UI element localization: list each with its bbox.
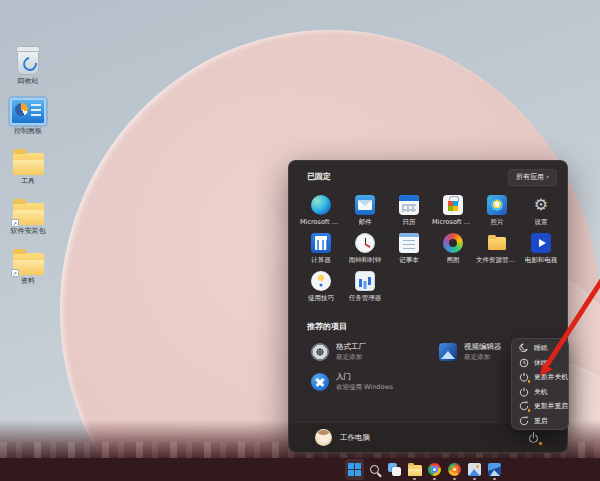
pinned-app-clock[interactable]: 闹钟和时钟	[343, 231, 387, 269]
pinned-section-header: 已固定	[307, 171, 331, 182]
pinned-app-paint[interactable]: 画图	[431, 231, 475, 269]
edge-icon	[311, 195, 331, 215]
folder-icon	[13, 153, 44, 175]
running-indicator	[413, 478, 416, 480]
power-item-update-restart[interactable]: 更新并重启	[512, 399, 568, 414]
pinned-app-store[interactable]: Microsoft Store	[431, 193, 475, 231]
folder-icon: ↗	[13, 253, 44, 275]
running-indicator	[493, 478, 496, 480]
taskbar-task-view-button[interactable]	[385, 459, 404, 480]
user-account-button[interactable]: 工作电脑	[315, 429, 370, 446]
gear-icon	[531, 195, 551, 215]
running-indicator	[473, 478, 476, 480]
power-item-restart[interactable]: 重启	[512, 414, 568, 429]
windows-desktop: 回收站 控制面板 工具 ↗ 软件安装包 ↗ 资料 已固定 所有应用 › Micr…	[0, 0, 600, 481]
power-options-menu: 睡眠 休眠 更新并关机 关机 更新并重启 重启	[511, 338, 569, 430]
windows-logo-icon	[348, 463, 361, 476]
desktop-icon-folder-2[interactable]: ↗ 软件安装包	[2, 198, 54, 235]
avatar	[315, 429, 332, 446]
folder-icon	[408, 465, 422, 476]
clock-icon	[355, 233, 375, 253]
power-item-hibernate[interactable]: 休眠	[512, 356, 568, 371]
video-editor-icon	[439, 343, 457, 361]
calendar-icon	[399, 195, 419, 215]
user-name: 工作电脑	[340, 433, 370, 443]
desktop-icon-app[interactable]: 控制面板	[2, 98, 54, 135]
control-panel-icon	[10, 98, 46, 125]
taskbar-chrome-button[interactable]	[425, 459, 444, 480]
search-icon	[370, 465, 379, 474]
power-button[interactable]	[527, 431, 541, 445]
running-indicator	[453, 478, 456, 480]
update-badge	[538, 441, 543, 446]
desktop-icon-label: 资料	[21, 277, 35, 285]
power-icon	[519, 372, 529, 382]
all-apps-button[interactable]: 所有应用 ›	[508, 169, 557, 186]
power-item-update-shutdown[interactable]: 更新并关机	[512, 370, 568, 385]
paint-palette-icon	[443, 233, 463, 253]
restart-icon	[519, 416, 529, 426]
pinned-app-calculator[interactable]: 计算器	[299, 231, 343, 269]
power-icon	[519, 387, 529, 397]
power-item-sleep[interactable]: 睡眠	[512, 341, 568, 356]
taskbar-gallery-button[interactable]	[485, 459, 504, 480]
pinned-app-taskmgr[interactable]: 任务管理器	[343, 269, 387, 307]
running-indicator	[433, 478, 436, 480]
taskbar-photos-button[interactable]	[465, 459, 484, 480]
update-badge	[527, 408, 532, 413]
taskbar-icon-group	[345, 458, 504, 481]
pinned-app-calendar[interactable]: 日历	[387, 193, 431, 231]
get-started-icon	[311, 373, 329, 391]
desktop-icon-folder-3[interactable]: ↗ 资料	[2, 248, 54, 285]
desktop-icon-label: 控制面板	[14, 127, 42, 135]
recommended-section-header: 推荐的项目	[307, 321, 347, 332]
shortcut-arrow-icon: ↗	[11, 269, 19, 277]
lightbulb-icon	[311, 271, 331, 291]
notepad-icon	[399, 233, 419, 253]
restart-icon	[519, 401, 529, 411]
desktop-icon-recycle-bin[interactable]: 回收站	[2, 48, 54, 85]
pinned-app-explorer[interactable]: 文件资源管理器	[475, 231, 519, 269]
power-item-shutdown[interactable]: 关机	[512, 385, 568, 400]
recycle-bin-icon	[17, 48, 39, 75]
taskbar	[0, 458, 600, 481]
mail-icon	[355, 195, 375, 215]
format-factory-icon	[311, 343, 329, 361]
pinned-app-notepad[interactable]: 记事本	[387, 231, 431, 269]
image-icon	[488, 463, 501, 476]
pinned-app-tips[interactable]: 使用技巧	[299, 269, 343, 307]
chrome-icon	[428, 463, 441, 476]
pinned-app-photos[interactable]: 照片	[475, 193, 519, 231]
desktop-icon-label: 工具	[21, 177, 35, 185]
pinned-app-settings[interactable]: 设置	[519, 193, 563, 231]
pinned-app-mail[interactable]: 邮件	[343, 193, 387, 231]
desktop-icon-label: 软件安装包	[11, 227, 46, 235]
calculator-icon	[311, 233, 331, 253]
photos-icon	[487, 195, 507, 215]
photos-icon	[468, 463, 481, 476]
recommended-item-format-factory[interactable]: 格式工厂最近添加	[303, 337, 427, 367]
recommended-item-get-started[interactable]: 入门欢迎使用 Windows	[303, 367, 427, 397]
taskbar-search-button[interactable]	[365, 459, 384, 480]
sleep-moon-icon	[519, 343, 529, 353]
play-icon	[531, 233, 551, 253]
pinned-apps-grid: Microsoft Edge 邮件 日历 Microsoft Store 照片 …	[299, 193, 563, 307]
store-icon	[443, 195, 463, 215]
desktop-icon-folder-1[interactable]: 工具	[2, 148, 54, 185]
taskbar-file-explorer-button[interactable]	[405, 459, 424, 480]
shortcut-arrow-icon: ↗	[11, 219, 19, 227]
taskbar-start-button[interactable]	[345, 459, 364, 480]
update-badge	[527, 379, 532, 384]
taskbar-browser-button[interactable]	[445, 459, 464, 480]
browser-icon	[448, 463, 461, 476]
folder-icon	[487, 233, 507, 253]
desktop-icon-label: 回收站	[18, 77, 39, 85]
desktop-icon-column: 回收站 控制面板 工具 ↗ 软件安装包 ↗ 资料	[2, 48, 54, 285]
pinned-app-movies[interactable]: 电影和电视	[519, 231, 563, 269]
performance-graph-icon	[355, 271, 375, 291]
hibernate-clock-icon	[519, 358, 529, 368]
pinned-app-edge[interactable]: Microsoft Edge	[299, 193, 343, 231]
folder-icon: ↗	[13, 203, 44, 225]
task-view-icon	[388, 463, 401, 476]
